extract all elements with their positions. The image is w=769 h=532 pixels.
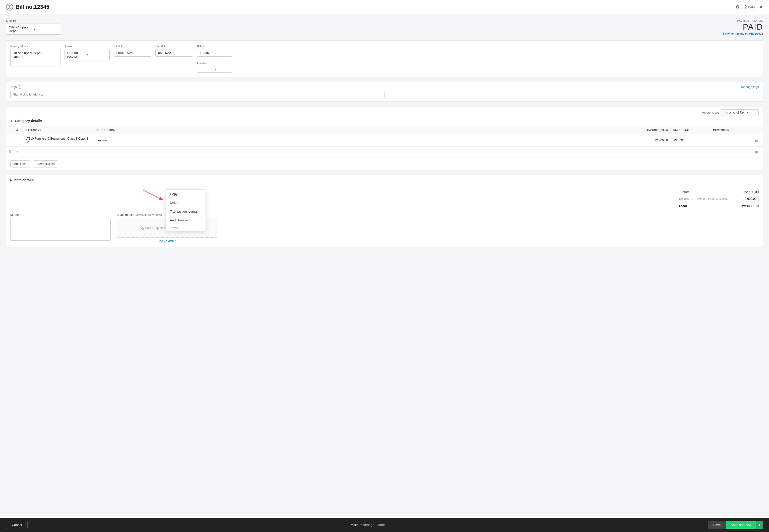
item-details-collapse-icon: ▶	[10, 179, 12, 182]
footer-center: Make recurring More	[351, 523, 385, 527]
category-details-header[interactable]: ▼ Category details	[6, 116, 763, 126]
make-recurring-button[interactable]: Make recurring	[351, 523, 372, 527]
row-num-cell: 2	[14, 147, 23, 157]
memo-section: Memo	[10, 213, 111, 243]
header: Bill no.12345 ⚙ ? Help ✕	[0, 0, 769, 14]
attachments-size: Maximum size: 20MB	[135, 213, 162, 216]
sales-tax-cell[interactable]	[670, 147, 711, 157]
paperclip-icon: 📎	[140, 226, 144, 230]
customer-cell[interactable]	[711, 134, 751, 147]
totals-section: Subtotal 22,600.00 Includes HST (ON) @ 1…	[6, 185, 763, 209]
bill-title: Bill no.12345	[16, 4, 49, 10]
description-cell[interactable]	[93, 147, 635, 157]
total-value: 22,600.00	[742, 204, 759, 208]
terms-value: Due on receipt	[67, 51, 87, 58]
context-menu-transaction-journal[interactable]: Transaction journal	[166, 207, 206, 216]
total-row: Total 22,600.00	[678, 203, 759, 209]
context-menu: Copy Delete Transaction journal Audit hi…	[166, 189, 206, 231]
col-delete	[751, 126, 763, 134]
bill-date-label: Bill date	[114, 45, 151, 48]
cancel-button[interactable]: Cancel	[6, 521, 28, 529]
category-cell[interactable]	[23, 147, 93, 157]
terms-dropdown-arrow: ▾	[87, 53, 107, 56]
drag-handle[interactable]: ⠿	[9, 150, 11, 154]
amount-cell[interactable]	[635, 147, 670, 157]
terms-label: Terms	[64, 45, 110, 48]
memo-textarea[interactable]	[10, 218, 111, 241]
delete-row-button[interactable]: 🗑	[753, 138, 760, 143]
help-button[interactable]: ? Help	[744, 5, 755, 10]
col-sales-tax: SALES TAX	[670, 126, 711, 134]
table-row: ⠿ 2 🗑	[6, 147, 763, 157]
tags-header: Tags ? Manage tags	[10, 85, 759, 89]
drag-handle-cell: ⠿	[6, 134, 14, 147]
amounts-label: Amounts are	[702, 111, 719, 114]
delete-cell: 🗑	[751, 134, 763, 147]
amount-cell[interactable]: 22,600.00	[635, 134, 670, 147]
col-customer: CUSTOMER	[711, 126, 751, 134]
bill-no-input[interactable]	[197, 49, 232, 57]
payment-status-value: PAID	[723, 22, 763, 32]
save-button[interactable]: Save	[708, 521, 726, 529]
total-label: Total	[678, 204, 687, 208]
help-icon: ?	[744, 5, 747, 10]
terms-select[interactable]: Due on receipt ▾	[64, 49, 110, 60]
mailing-address-group: Mailing address Office Supply Depot Onta…	[10, 45, 60, 73]
add-lines-button[interactable]: Add lines	[10, 160, 30, 167]
subtotal-value: 22,600.00	[744, 190, 759, 194]
tax-detail-row: Includes HST (ON) @ 13% on 20,000.00	[678, 195, 759, 203]
category-collapse-icon: ▼	[10, 120, 13, 122]
totals-table: Subtotal 22,600.00 Includes HST (ON) @ 1…	[678, 189, 759, 209]
tax-value-input[interactable]	[736, 196, 759, 202]
bill-date-group: Bill date	[114, 45, 151, 73]
location-dropdown-arrow: ▾	[215, 68, 230, 71]
context-menu-audit-history[interactable]: Audit history	[166, 216, 206, 225]
header-title: Bill no.12345	[6, 4, 49, 11]
payment-status: PAYMENT STATUS PAID 1 payment made on 05…	[723, 19, 763, 35]
tags-section: Tags ? Manage tags	[6, 82, 763, 102]
settings-button[interactable]: ⚙	[736, 4, 740, 10]
description-cell[interactable]: furniture	[93, 134, 635, 147]
clear-all-lines-button[interactable]: Clear all lines	[33, 160, 58, 167]
bill-date-input[interactable]	[114, 49, 151, 57]
tags-input[interactable]	[10, 91, 384, 98]
due-date-input[interactable]	[155, 49, 193, 57]
item-details-label: Item details	[14, 178, 34, 182]
category-cell[interactable]: 17110 Furniture & Equipment - Class 8:Cl…	[23, 134, 93, 147]
save-dropdown-button[interactable]: ▾	[756, 521, 763, 529]
col-description: DESCRIPTION	[93, 126, 635, 134]
delete-row-button[interactable]: 🗑	[753, 149, 760, 155]
context-menu-delete[interactable]: Delete	[166, 198, 206, 207]
more-button[interactable]: More	[377, 523, 385, 527]
col-category: CATEGORY	[23, 126, 93, 134]
amounts-select[interactable]: Inclusive of Tax ▾	[721, 109, 759, 116]
terms-group: Terms Due on receipt ▾	[64, 45, 110, 73]
tags-help-icon[interactable]: ?	[18, 85, 21, 89]
item-details-header[interactable]: ▶ Item details	[6, 175, 763, 185]
supplier-group: Supplier Office Supply Depot ▾	[6, 19, 61, 35]
supplier-dropdown-arrow: ▾	[34, 27, 58, 31]
supplier-select[interactable]: Office Supply Depot ▾	[6, 24, 61, 35]
category-details-card: Amounts are Inclusive of Tax ▾ ▼ Categor…	[6, 107, 763, 171]
drag-handle[interactable]: ⠿	[9, 138, 11, 142]
memo-label: Memo	[10, 213, 111, 217]
category-table: # CATEGORY DESCRIPTION AMOUNT (CAD) SALE…	[6, 126, 763, 157]
location-select[interactable]: ▾	[197, 66, 232, 73]
sales-tax-cell[interactable]: HST ON	[670, 134, 711, 147]
mailing-address-field[interactable]: Office Supply Depot Ontario	[10, 49, 60, 66]
close-icon: ✕	[759, 4, 763, 10]
payment-link[interactable]: 1 payment made on 05/31/2024	[723, 32, 763, 35]
context-menu-copy[interactable]: Copy	[166, 190, 206, 198]
footer-save-group: Save Save and new ▾	[708, 521, 763, 529]
form-fields-row: Mailing address Office Supply Depot Onta…	[6, 40, 763, 77]
tax-note: Includes HST (ON) @ 13% on 20,000.00	[678, 197, 736, 200]
show-existing: Show existing	[117, 239, 217, 243]
show-existing-link[interactable]: Show existing	[157, 239, 176, 243]
bill-no-group: Bill no. Location ▾	[197, 45, 232, 73]
payment-status-label: PAYMENT STATUS	[723, 19, 763, 22]
due-date-label: Due date	[155, 45, 193, 48]
save-and-new-button[interactable]: Save and new	[726, 521, 756, 529]
manage-tags-link[interactable]: Manage tags	[741, 85, 759, 89]
close-button[interactable]: ✕	[759, 4, 763, 10]
customer-cell[interactable]	[711, 147, 751, 157]
